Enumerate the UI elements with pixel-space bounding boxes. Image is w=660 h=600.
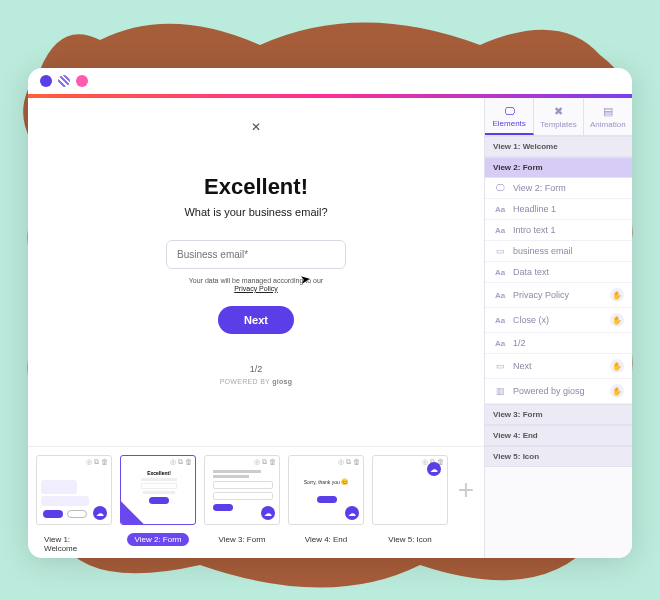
trash-icon: 🗑: [353, 458, 360, 466]
layer-row[interactable]: AaIntro text 1: [485, 220, 632, 241]
layer-name: Close (x): [513, 315, 604, 325]
trash-icon: 🗑: [101, 458, 108, 466]
titlebar: [28, 68, 632, 94]
thumb-label: View 2: Form: [127, 533, 190, 546]
powered-brand: giosg: [272, 378, 292, 385]
layer-name: Next: [513, 361, 604, 371]
monitor-icon: 🖵: [485, 105, 533, 117]
eye-icon: ◎: [86, 458, 92, 466]
layer-name: 1/2: [513, 338, 624, 348]
headline-text[interactable]: Excellent!: [204, 174, 308, 200]
powered-prefix: POWERED BY: [220, 378, 273, 385]
layer-row[interactable]: ▥Powered by giosg✋: [485, 379, 632, 404]
window-dot-2: [58, 75, 70, 87]
window-dot-1: [40, 75, 52, 87]
layer-row[interactable]: 🖵View 2: Form: [485, 178, 632, 199]
thumb-welcome[interactable]: ◎⧉🗑 😊 ☁ View 1: Welcome: [36, 455, 112, 555]
input-icon: ▭: [493, 246, 507, 256]
layer-name: Powered by giosg: [513, 386, 604, 396]
action-indicator-icon[interactable]: ✋: [610, 359, 624, 373]
intro-text[interactable]: What is your business email?: [184, 206, 327, 218]
view-thumbnails: ◎⧉🗑 😊 ☁ View 1: Welcome ◎⧉🗑 Excellen: [28, 446, 484, 558]
powered-by[interactable]: POWERED BY giosg: [220, 378, 293, 385]
tab-label: Animation: [590, 120, 626, 129]
close-icon[interactable]: ✕: [251, 120, 261, 134]
business-email-input[interactable]: [166, 240, 346, 269]
page-indicator[interactable]: 1/2: [250, 364, 263, 374]
layer-row[interactable]: AaClose (x)✋: [485, 308, 632, 333]
Aa-icon: Aa: [493, 226, 507, 235]
window-dot-3: [76, 75, 88, 87]
view-icon: 🖵: [493, 183, 507, 193]
Aa-icon: Aa: [493, 268, 507, 277]
thumb-label: View 3: Form: [211, 533, 274, 546]
tab-label: Templates: [540, 120, 576, 129]
thumb-form-3[interactable]: ◎⧉🗑 ☁ View 3: Form: [204, 455, 280, 546]
layer-row[interactable]: Aa1/2: [485, 333, 632, 354]
tab-animation[interactable]: ▤ Animation: [584, 98, 632, 135]
copy-icon: ⧉: [178, 458, 183, 466]
section-header[interactable]: View 1: Welcome: [485, 136, 632, 157]
trash-icon: 🗑: [269, 458, 276, 466]
thumb-end[interactable]: ◎⧉🗑 Sorry, thank you 😊 ☁ View 4: End: [288, 455, 364, 546]
layer-row[interactable]: AaHeadline 1: [485, 199, 632, 220]
widget-icon: ▥: [493, 386, 507, 396]
Aa-icon: Aa: [493, 205, 507, 214]
section-header[interactable]: View 4: End: [485, 425, 632, 446]
Aa-icon: Aa: [493, 339, 507, 348]
tab-label: Elements: [492, 119, 525, 128]
layer-row[interactable]: ▭business email: [485, 241, 632, 262]
layer-name: View 2: Form: [513, 183, 624, 193]
sidebar: 🖵 Elements ✖ Templates ▤ Animation View …: [484, 98, 632, 558]
copy-icon: ⧉: [94, 458, 99, 466]
thumb-label: View 1: Welcome: [36, 533, 112, 555]
app-window: ✕ Excellent! What is your business email…: [28, 68, 632, 558]
layer-row[interactable]: ▭Next✋: [485, 354, 632, 379]
cursor-icon: ➤: [299, 271, 311, 287]
layer-name: Intro text 1: [513, 225, 624, 235]
film-icon: ▤: [584, 105, 632, 118]
sidebar-tabs: 🖵 Elements ✖ Templates ▤ Animation: [485, 98, 632, 136]
chat-icon: ☁: [427, 462, 441, 476]
canvas-area: ✕ Excellent! What is your business email…: [28, 98, 484, 558]
chat-icon: ☁: [93, 506, 107, 520]
trash-icon: 🗑: [185, 458, 192, 466]
chat-icon: ☁: [345, 506, 359, 520]
copy-icon: ⧉: [262, 458, 267, 466]
layers-panel: View 1: WelcomeView 2: Form🖵View 2: Form…: [485, 136, 632, 558]
add-view-button[interactable]: +: [456, 455, 476, 525]
layer-name: business email: [513, 246, 624, 256]
thumb-label: View 5: Icon: [380, 533, 439, 546]
next-button[interactable]: Next: [218, 306, 294, 334]
copy-icon: ⧉: [346, 458, 351, 466]
button-icon: ▭: [493, 361, 507, 371]
layer-name: Privacy Policy: [513, 290, 604, 300]
tab-elements[interactable]: 🖵 Elements: [485, 98, 534, 135]
thumb-label: View 4: End: [297, 533, 356, 546]
eye-icon: ◎: [338, 458, 344, 466]
tab-templates[interactable]: ✖ Templates: [534, 98, 583, 135]
Aa-icon: Aa: [493, 291, 507, 300]
thumb-icon[interactable]: ◎⧉🗑 ☁ View 5: Icon: [372, 455, 448, 546]
section-header[interactable]: View 5: Icon: [485, 446, 632, 467]
Aa-icon: Aa: [493, 316, 507, 325]
action-indicator-icon[interactable]: ✋: [610, 313, 624, 327]
thumb-form-2[interactable]: ◎⧉🗑 Excellent! View 2: Form: [120, 455, 196, 546]
eye-icon: ◎: [254, 458, 260, 466]
layer-name: Data text: [513, 267, 624, 277]
canvas[interactable]: ✕ Excellent! What is your business email…: [28, 98, 484, 446]
section-header[interactable]: View 3: Form: [485, 404, 632, 425]
layer-name: Headline 1: [513, 204, 624, 214]
section-header[interactable]: View 2: Form: [485, 157, 632, 178]
chat-icon: ☁: [261, 506, 275, 520]
privacy-policy-link[interactable]: Privacy Policy: [234, 285, 278, 292]
layer-row[interactable]: AaData text: [485, 262, 632, 283]
layer-row[interactable]: AaPrivacy Policy✋: [485, 283, 632, 308]
action-indicator-icon[interactable]: ✋: [610, 288, 624, 302]
tools-icon: ✖: [534, 105, 582, 118]
action-indicator-icon[interactable]: ✋: [610, 384, 624, 398]
eye-icon: ◎: [170, 458, 176, 466]
